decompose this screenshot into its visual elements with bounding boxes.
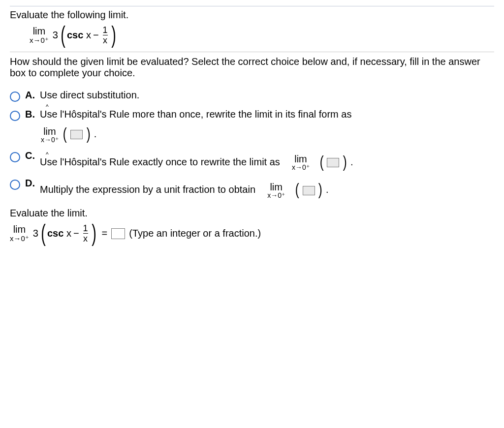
close-paren-icon: ) [343, 152, 347, 171]
open-paren-icon: ( [319, 152, 323, 171]
radio-b[interactable] [10, 111, 20, 121]
close-paren-icon: ) [111, 26, 116, 44]
csc-text: csc x [67, 30, 91, 41]
close-paren-icon: ) [318, 180, 322, 199]
open-paren-icon: ( [41, 224, 46, 243]
prompt-title: Evaluate the following limit. [10, 9, 494, 21]
option-c-text: Use l'Hôspital's Rule exactly once to re… [40, 156, 280, 167]
option-d-lim: lim x→0⁺ [267, 182, 285, 199]
option-c-input[interactable] [327, 158, 339, 167]
open-paren-icon: ( [295, 180, 299, 199]
option-d-text: Multiply the expression by a unit fracti… [40, 184, 255, 195]
lim-word: lim [33, 26, 46, 36]
evaluate-expression: lim x→0⁺ 3 ( csc x − 1 x ) = (Type an in… [10, 224, 494, 243]
coefficient: 3 [53, 30, 58, 41]
open-paren-icon: ( [63, 124, 67, 143]
option-b-row: B. Use l'Hôspital's Rule more than once,… [10, 109, 494, 143]
answer-hint: (Type an integer or a fraction.) [129, 228, 261, 239]
close-paren-icon: ) [92, 224, 96, 243]
lim-block: lim x→0⁺ [30, 26, 49, 44]
option-a-label: A. [25, 90, 35, 101]
divider [10, 52, 494, 52]
option-d-label: D. [25, 178, 35, 189]
equals-sign: = [102, 228, 108, 239]
limit-expression: lim x→0⁺ 3 ( csc x − 1 x ) [30, 26, 494, 45]
option-b-lim: lim x→0⁺ [41, 126, 59, 143]
option-c-lim: lim x→0⁺ [292, 154, 310, 171]
radio-a[interactable] [10, 92, 20, 102]
lim-approach: x→0⁺ [30, 36, 49, 44]
final-answer-input[interactable] [111, 228, 125, 239]
option-d-period: . [326, 184, 329, 195]
option-c-period: . [350, 156, 353, 167]
evaluate-heading: Evaluate the limit. [10, 208, 494, 219]
minus-sign: − [93, 30, 99, 41]
close-paren-icon: ) [87, 124, 91, 143]
option-a-text: Use direct substitution. [40, 90, 494, 101]
option-c-row: C. Use l'Hôspital's Rule exactly once to… [10, 150, 494, 171]
radio-d[interactable] [10, 180, 20, 190]
option-b-period: . [94, 128, 97, 139]
fraction: 1 x [103, 26, 108, 45]
question-text: How should the given limit be evaluated?… [10, 56, 494, 79]
option-d-row: D. Multiply the expression by a unit fra… [10, 178, 494, 199]
options-group: A. Use direct substitution. B. Use l'Hôs… [10, 90, 494, 199]
option-d-input[interactable] [303, 186, 315, 195]
option-b-lim-line: lim x→0⁺ ( ) . [40, 122, 494, 143]
option-b-input[interactable] [70, 130, 83, 139]
option-b-label: B. [25, 109, 35, 120]
open-paren-icon: ( [61, 26, 65, 44]
option-b-text: Use l'Hôspital's Rule more than once, re… [40, 109, 351, 120]
eval-lim-block: lim x→0⁺ [10, 224, 29, 243]
option-c-label: C. [25, 150, 35, 161]
option-a-row: A. Use direct substitution. [10, 90, 494, 102]
radio-c[interactable] [10, 152, 20, 162]
top-divider [10, 6, 494, 6]
